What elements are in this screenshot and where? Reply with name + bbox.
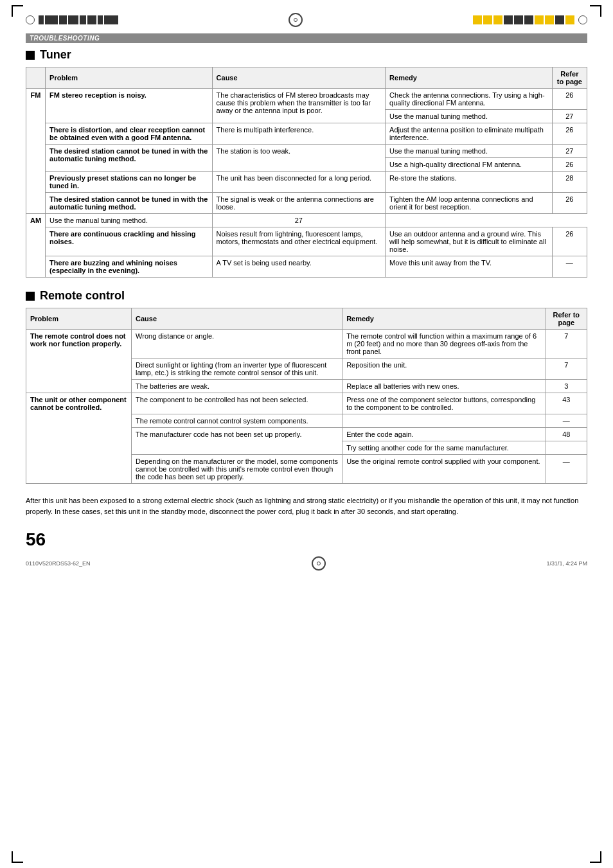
- problem-cell: The desired station cannot be tuned in w…: [46, 145, 212, 172]
- table-row: FM FM stereo reception is noisy. The cha…: [26, 89, 587, 110]
- remedy-cell: Adjust the antenna position to eliminate…: [386, 123, 553, 145]
- footer-date: 1/31/1, 4:24 PM: [546, 560, 587, 567]
- tuner-table: Problem Cause Remedy Refer to page FM FM…: [26, 67, 587, 278]
- bottom-bar-area: 0110V520RDS53-62_EN 1/31/1, 4:24 PM: [26, 556, 587, 571]
- table-row: AM Use the manual tuning method. 27: [26, 214, 587, 227]
- fm-label: FM: [26, 89, 46, 214]
- cause-cell: The component to be controlled has not b…: [132, 393, 342, 414]
- problem-cell: There is distortion, and clear reception…: [46, 123, 212, 145]
- cause-cell: The signal is weak or the antenna connec…: [212, 193, 386, 214]
- remedy-cell: Use the manual tuning method.: [386, 145, 553, 158]
- cause-cell: The characteristics of FM stereo broadca…: [212, 89, 386, 123]
- th-cause-remote: Cause: [132, 308, 342, 330]
- remedy-cell: Use the manual tuning method.: [386, 110, 553, 123]
- section-header: TROUBLESHOOTING: [26, 33, 587, 43]
- cause-cell: The manufacturer code has not been set u…: [132, 428, 342, 455]
- tuner-section-title: Tuner: [26, 48, 587, 62]
- th-refer-remote: Refer to page: [546, 308, 587, 330]
- refer-cell: 7: [546, 330, 587, 359]
- th-refer: Refer to page: [552, 67, 587, 89]
- refer-cell: 48: [546, 428, 587, 441]
- refer-cell: 43: [546, 393, 587, 414]
- remedy-cell: Move this unit away from the TV.: [386, 256, 553, 278]
- bottom-circle: [312, 556, 326, 571]
- table-row: The desired station cannot be tuned in w…: [26, 145, 587, 158]
- page-number: 56: [26, 529, 587, 550]
- problem-cell: FM stereo reception is noisy.: [46, 89, 212, 123]
- remedy-cell: Reposition the unit.: [342, 359, 546, 380]
- table-row: The desired station cannot be tuned in w…: [26, 193, 587, 214]
- footer-code: 0110V520RDS53-62_EN: [26, 560, 91, 567]
- cause-cell: Depending on the manufacturer or the mod…: [132, 455, 342, 484]
- cause-cell: Noises result from lightning, fluorescen…: [212, 227, 386, 256]
- remedy-cell: Press one of the component selector butt…: [342, 393, 546, 414]
- remedy-cell: Re-store the stations.: [386, 172, 553, 193]
- problem-cell: The desired station cannot be tuned in w…: [46, 193, 212, 214]
- refer-cell: 27: [552, 145, 587, 158]
- remedy-cell: Use the original remote control supplied…: [342, 455, 546, 484]
- refer-cell: 27: [552, 110, 587, 123]
- cause-cell: Wrong distance or angle.: [132, 330, 342, 359]
- remedy-cell: [342, 414, 546, 428]
- top-right-circle: [578, 15, 587, 24]
- th-remedy: Remedy: [386, 67, 553, 89]
- table-row: The unit or other component cannot be co…: [26, 393, 587, 414]
- problem-cell: The remote control does not work nor fun…: [26, 330, 132, 393]
- cause-cell: The station is too weak.: [212, 145, 386, 172]
- corner-bottom-right: [590, 851, 601, 863]
- refer-cell: 26: [552, 89, 587, 110]
- table-row: There are continuous crackling and hissi…: [26, 227, 587, 256]
- th-cause: Cause: [212, 67, 386, 89]
- refer-cell: 27: [212, 214, 386, 227]
- table-row: The remote control does not work nor fun…: [26, 330, 587, 359]
- refer-cell: —: [546, 414, 587, 428]
- remedy-cell: Replace all batteries with new ones.: [342, 380, 546, 393]
- remote-table: Problem Cause Remedy Refer to page The r…: [26, 308, 587, 484]
- remedy-cell: Check the antenna connections. Try using…: [386, 89, 553, 110]
- remedy-cell: Try setting another code for the same ma…: [342, 441, 546, 455]
- cause-cell: A TV set is being used nearby.: [212, 256, 386, 278]
- problem-cell: Previously preset stations can no longer…: [46, 172, 212, 193]
- refer-cell: 3: [546, 380, 587, 393]
- refer-cell: 26: [552, 123, 587, 145]
- refer-cell: 26: [552, 193, 587, 214]
- refer-cell: [546, 441, 587, 455]
- remedy-cell: Use the manual tuning method.: [46, 214, 212, 227]
- top-center-circle: [289, 13, 303, 27]
- refer-cell: 26: [552, 227, 587, 256]
- th-band: [26, 67, 46, 89]
- cause-cell: Direct sunlight or lighting (from an inv…: [132, 359, 342, 380]
- cause-cell: The remote control cannot control system…: [132, 414, 342, 428]
- table-row: There are buzzing and whining noises (es…: [26, 256, 587, 278]
- remedy-cell: Tighten the AM loop antenna connections …: [386, 193, 553, 214]
- cause-cell: The unit has been disconnected for a lon…: [212, 172, 386, 193]
- refer-cell: —: [552, 256, 587, 278]
- th-problem-remote: Problem: [26, 308, 132, 330]
- corner-top-right: [590, 5, 601, 17]
- remote-title-icon: [26, 292, 35, 301]
- problem-cell: There are buzzing and whining noises (es…: [46, 256, 212, 278]
- refer-cell: 7: [546, 359, 587, 380]
- remedy-cell: Use an outdoor antenna and a ground wire…: [386, 227, 553, 256]
- remedy-cell: Use a high-quality directional FM antenn…: [386, 158, 553, 172]
- top-left-circle: [26, 15, 35, 24]
- right-bars: [473, 15, 574, 24]
- th-remedy-remote: Remedy: [342, 308, 546, 330]
- cause-cell: There is multipath interference.: [212, 123, 386, 145]
- remedy-cell: Enter the code again.: [342, 428, 546, 441]
- corner-top-left: [12, 5, 23, 17]
- top-bar-area: [26, 13, 587, 27]
- table-row: There is distortion, and clear reception…: [26, 123, 587, 145]
- cause-cell: The batteries are weak.: [132, 380, 342, 393]
- am-label: AM: [26, 214, 46, 278]
- tuner-title-icon: [26, 51, 35, 60]
- problem-cell: There are continuous crackling and hissi…: [46, 227, 212, 256]
- remote-section-title: Remote control: [26, 289, 587, 303]
- footer-note: After this unit has been exposed to a st…: [26, 495, 587, 517]
- remedy-cell: The remote control will function within …: [342, 330, 546, 359]
- problem-cell: The unit or other component cannot be co…: [26, 393, 132, 484]
- left-bars: [39, 15, 118, 24]
- table-row: Previously preset stations can no longer…: [26, 172, 587, 193]
- refer-cell: 28: [552, 172, 587, 193]
- th-problem: Problem: [46, 67, 212, 89]
